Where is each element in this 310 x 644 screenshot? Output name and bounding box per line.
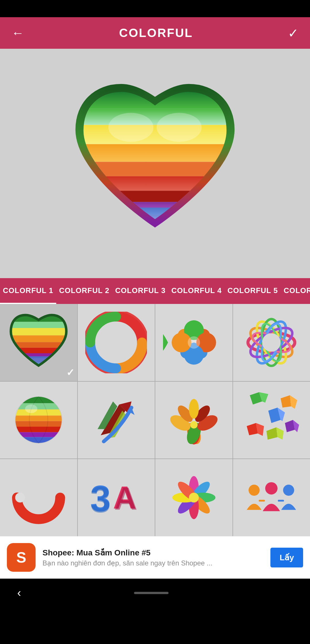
sticker-grid: ✓ (0, 304, 310, 536)
svg-rect-48 (15, 416, 62, 421)
svg-rect-6 (75, 191, 235, 202)
sticker-item-7[interactable] (155, 382, 232, 459)
svg-marker-71 (256, 423, 264, 436)
svg-point-62 (189, 399, 199, 419)
svg-point-92 (265, 482, 278, 495)
ad-icon-letter: S (16, 549, 26, 566)
sticker-item-8[interactable] (233, 382, 310, 459)
svg-point-90 (189, 493, 199, 502)
selected-check-icon: ✓ (66, 367, 74, 378)
tab-colorful1[interactable]: COLORFUL 1 (0, 278, 56, 304)
tabs-bar: COLORFUL 1 COLORFUL 2 COLORFUL 3 COLORFU… (0, 278, 310, 304)
selected-sticker-preview (75, 83, 235, 244)
ad-text-block: Shopee: Mua Sắm Online #5 Bạn nào nghiên… (42, 548, 264, 567)
confirm-button[interactable]: ✓ (288, 26, 299, 40)
ad-app-icon: S (7, 543, 36, 572)
bottom-nav: ‹ (0, 579, 310, 607)
sticker-item-3[interactable] (155, 304, 232, 381)
svg-rect-45 (15, 397, 62, 403)
sticker-item-2[interactable] (78, 304, 155, 381)
svg-point-11 (157, 113, 202, 142)
svg-rect-46 (15, 403, 62, 409)
svg-text:3: 3 (90, 479, 111, 520)
canvas-area (0, 49, 310, 278)
svg-marker-70 (247, 423, 258, 435)
svg-text:A: A (114, 481, 137, 517)
sticker-item-12[interactable] (233, 459, 310, 536)
svg-rect-49 (15, 421, 62, 427)
svg-rect-50 (15, 427, 62, 432)
app-header: ← COLORFUL ✓ (0, 17, 310, 49)
svg-point-43 (262, 333, 281, 352)
svg-point-10 (108, 113, 154, 142)
status-bar (0, 0, 310, 17)
ad-description: Bạn nào nghiên đơn đẹp, săn sale ngay tr… (42, 559, 264, 567)
svg-rect-15 (8, 335, 69, 342)
tab-colorful4[interactable]: COLORFUL 4 (168, 278, 225, 304)
tab-colorful5[interactable]: COLORFUL 5 (225, 278, 281, 304)
nav-back-button[interactable]: ‹ (17, 586, 21, 599)
ad-title: Shopee: Mua Sắm Online #5 (42, 548, 264, 557)
ad-cta-button[interactable]: Lấy (270, 548, 303, 567)
tab-colorful3[interactable]: COLORFUL 3 (112, 278, 168, 304)
svg-point-63 (190, 421, 197, 429)
svg-marker-73 (276, 428, 284, 440)
svg-marker-72 (267, 428, 278, 440)
svg-rect-3 (75, 144, 235, 162)
sticker-item-4[interactable] (233, 304, 310, 381)
svg-marker-69 (290, 395, 297, 409)
svg-point-77 (15, 493, 25, 502)
svg-rect-13 (8, 322, 69, 328)
svg-marker-68 (281, 395, 291, 408)
svg-point-33 (188, 336, 200, 349)
svg-point-91 (249, 485, 260, 496)
sticker-item-11[interactable] (155, 459, 232, 536)
page-title: COLORFUL (119, 26, 193, 40)
svg-point-93 (283, 485, 294, 496)
sticker-item-10[interactable]: 3 3 A A (78, 459, 155, 536)
svg-rect-47 (15, 409, 62, 415)
sticker-item-9[interactable] (0, 459, 77, 536)
nav-home-indicator[interactable] (134, 592, 168, 594)
tab-colorful6[interactable]: COLORFUL 6 (281, 278, 310, 304)
sticker-item-1[interactable]: ✓ (0, 304, 77, 381)
svg-rect-2 (75, 125, 235, 144)
ad-banner: S Shopee: Mua Sắm Online #5 Bạn nào nghi… (0, 536, 310, 579)
svg-point-28 (100, 326, 132, 358)
sticker-item-6[interactable] (78, 382, 155, 459)
sticker-item-5[interactable] (0, 382, 77, 459)
back-button[interactable]: ← (11, 27, 24, 39)
svg-point-54 (25, 405, 37, 413)
svg-rect-1 (75, 109, 235, 125)
svg-rect-52 (15, 437, 62, 443)
svg-rect-14 (8, 328, 69, 335)
svg-rect-17 (8, 348, 69, 353)
tab-colorful2[interactable]: COLORFUL 2 (56, 278, 113, 304)
